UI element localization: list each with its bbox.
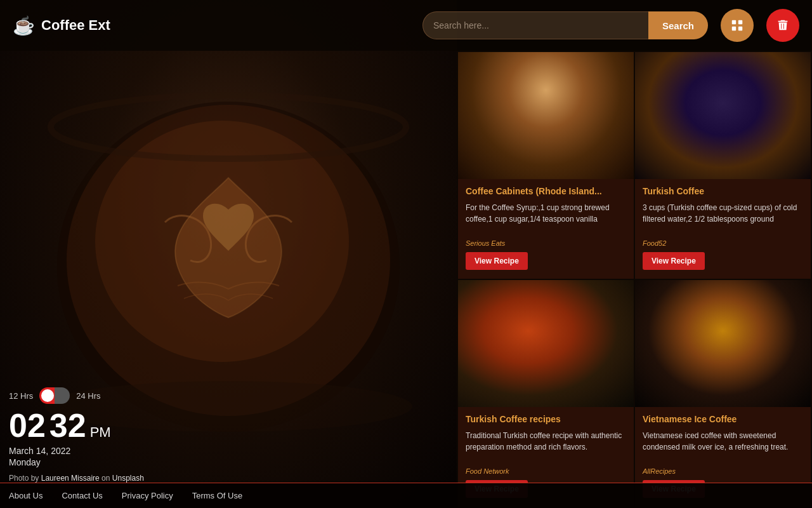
view-recipe-button-2[interactable]: View Recipe [643,252,705,270]
left-panel: 12 Hrs 24 Hrs 02 32 PM March 14, 2022 Mo… [9,387,144,483]
recipe-source-4: AllRecipes [643,467,803,475]
recipe-title-1: Coffee Cabinets (Rhode Island... [466,185,626,197]
recipe-image-3 [458,280,634,407]
search-input[interactable] [422,11,648,39]
view-recipe-button-1[interactable]: View Recipe [466,252,528,270]
toggle-switch[interactable] [39,387,70,404]
logo-text: Coffee Ext [41,17,110,34]
delete-icon [776,18,790,32]
photo-credit-prefix: Photo by [9,474,39,483]
delete-button[interactable] [766,9,799,42]
recipe-source-1: Serious Eats [466,239,626,247]
recipe-image-4 [635,280,811,407]
toggle-24hr-label: 24 Hrs [76,391,100,401]
time-format-toggle: 12 Hrs 24 Hrs [9,387,144,404]
recipe-card-3[interactable]: Turkish Coffee recipes Traditional Turki… [458,280,634,507]
footer: About UsContact UsPrivacy PolicyTerms Of… [0,483,812,508]
logo-icon: ☕ [13,15,35,36]
search-container: Search [422,11,708,39]
recipe-description-2: 3 cups (Turkish coffee cup-sized cups) o… [643,202,803,236]
recipe-description-3: Traditional Turkish coffee recipe with a… [466,430,626,464]
recipe-body-1: Coffee Cabinets (Rhode Island... For the… [458,179,634,279]
recipe-source-2: Food52 [643,239,803,247]
toggle-12hr-label: 12 Hrs [9,391,33,401]
recipe-body-2: Turkish Coffee 3 cups (Turkish coffee cu… [635,179,811,279]
header: ☕ Coffee Ext Search [0,0,812,51]
clock-date: March 14, 2022 [9,446,144,456]
svg-rect-8 [738,27,742,30]
footer-link-contact-us[interactable]: Contact Us [62,491,102,500]
recipe-grid: Coffee Cabinets (Rhode Island... For the… [457,51,812,508]
footer-link-terms-of-use[interactable]: Terms Of Use [192,491,242,500]
gallery-icon [730,18,744,32]
recipe-source-3: Food Network [466,467,626,475]
photo-platform-link[interactable]: Unsplash [112,474,144,483]
recipe-description-1: For the Coffee Syrup:,1 cup strong brewe… [466,202,626,236]
recipe-title-3: Turkish Coffee recipes [466,413,626,425]
recipe-card-2[interactable]: Turkish Coffee 3 cups (Turkish coffee cu… [635,52,811,279]
recipe-image-2 [635,52,811,179]
clock-hours: 02 [9,409,46,442]
recipe-card-1[interactable]: Coffee Cabinets (Rhode Island... For the… [458,52,634,279]
footer-link-about-us[interactable]: About Us [9,491,43,500]
svg-rect-7 [732,27,736,30]
gallery-button[interactable] [721,9,754,42]
toggle-knob [41,389,54,402]
clock-ampm: PM [90,424,111,441]
clock-display: 02 32 PM [9,409,144,442]
recipe-image-1 [458,52,634,179]
recipe-title-2: Turkish Coffee [643,185,803,197]
footer-link-privacy-policy[interactable]: Privacy Policy [122,491,173,500]
photo-credit: Photo by Laureen Missaire on Unsplash [9,474,144,483]
svg-rect-6 [738,20,742,24]
recipe-description-4: Vietnamese iced coffee with sweetened co… [643,430,803,464]
logo-area: ☕ Coffee Ext [13,15,110,36]
search-button[interactable]: Search [648,11,708,39]
recipe-title-4: Vietnamese Ice Coffee [643,413,803,425]
clock-day: Monday [9,457,144,467]
recipe-card-4[interactable]: Vietnamese Ice Coffee Vietnamese iced co… [635,280,811,507]
clock-minutes: 32 [49,409,86,442]
photographer-link[interactable]: Laureen Missaire [41,474,100,483]
svg-rect-5 [732,20,736,24]
